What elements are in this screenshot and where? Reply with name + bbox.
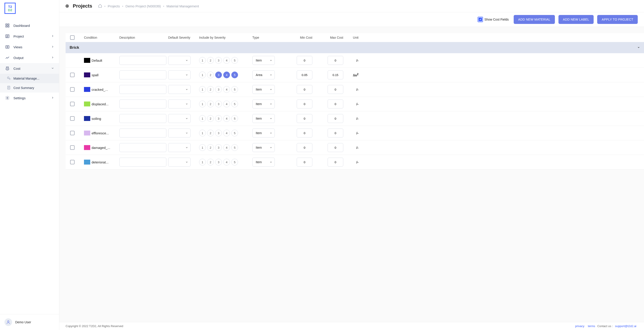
- max-cost-input[interactable]: [328, 100, 343, 108]
- nav-cost-summary[interactable]: Cost Summary: [0, 83, 59, 93]
- nav-output[interactable]: Output: [0, 52, 59, 63]
- severity-pill-1[interactable]: 1: [199, 144, 206, 151]
- severity-pill-5[interactable]: 5: [231, 86, 238, 93]
- add-label-button[interactable]: ADD NEW LABEL: [558, 15, 594, 24]
- type-select[interactable]: Item: [252, 143, 275, 152]
- nav-dashboard[interactable]: Dashboard: [0, 20, 59, 31]
- nav-material-management[interactable]: Material Manage...: [0, 74, 59, 83]
- severity-pill-1[interactable]: 1: [199, 130, 206, 136]
- severity-pill-1[interactable]: 1: [199, 101, 206, 107]
- select-all-checkbox[interactable]: [70, 35, 74, 40]
- severity-pill-4[interactable]: 4: [223, 159, 230, 165]
- max-cost-input[interactable]: [328, 70, 343, 79]
- default-severity-select[interactable]: [168, 129, 190, 138]
- crumb-demo[interactable]: Demo Project (N00039): [126, 4, 161, 8]
- type-select[interactable]: Item: [252, 158, 275, 166]
- severity-pill-2[interactable]: 2: [207, 159, 214, 165]
- severity-pill-5[interactable]: 5: [231, 115, 238, 122]
- severity-pill-5[interactable]: 5: [231, 130, 238, 136]
- min-cost-input[interactable]: [297, 70, 312, 79]
- severity-pill-5[interactable]: 5: [231, 72, 238, 78]
- default-severity-select[interactable]: [168, 158, 190, 166]
- row-checkbox[interactable]: [70, 116, 74, 121]
- show-cost-toggle[interactable]: ✔ Show Cost Fields: [478, 17, 509, 22]
- type-select[interactable]: Area: [252, 70, 275, 79]
- severity-pill-4[interactable]: 4: [223, 144, 230, 151]
- severity-pill-1[interactable]: 1: [199, 159, 206, 165]
- nav-project[interactable]: Project: [0, 31, 59, 42]
- row-checkbox[interactable]: [70, 160, 74, 164]
- home-icon[interactable]: [98, 4, 102, 8]
- max-cost-input[interactable]: [328, 56, 343, 65]
- min-cost-input[interactable]: [297, 85, 312, 94]
- min-cost-input[interactable]: [297, 56, 312, 65]
- severity-pill-3[interactable]: 3: [215, 144, 222, 151]
- max-cost-input[interactable]: [328, 85, 343, 94]
- severity-pill-3[interactable]: 3: [215, 159, 222, 165]
- severity-pill-3[interactable]: 3: [215, 101, 222, 107]
- description-input[interactable]: [119, 158, 166, 166]
- description-input[interactable]: [119, 70, 166, 79]
- type-select[interactable]: Item: [252, 129, 275, 138]
- default-severity-select[interactable]: [168, 56, 190, 65]
- nav-settings[interactable]: Settings: [0, 93, 59, 103]
- severity-pill-4[interactable]: 4: [223, 86, 230, 93]
- max-cost-input[interactable]: [328, 129, 343, 138]
- min-cost-input[interactable]: [297, 158, 312, 166]
- radio-icon[interactable]: [66, 4, 69, 7]
- description-input[interactable]: [119, 56, 166, 65]
- default-severity-select[interactable]: [168, 143, 190, 152]
- severity-pill-4[interactable]: 4: [223, 101, 230, 107]
- default-severity-select[interactable]: [168, 85, 190, 94]
- min-cost-input[interactable]: [297, 100, 312, 108]
- type-select[interactable]: Item: [252, 56, 275, 65]
- min-cost-input[interactable]: [297, 129, 312, 138]
- severity-pill-4[interactable]: 4: [223, 130, 230, 136]
- severity-pill-2[interactable]: 2: [207, 57, 214, 64]
- type-select[interactable]: Item: [252, 85, 275, 94]
- severity-pill-1[interactable]: 1: [199, 72, 206, 78]
- nav-cost[interactable]: $ Cost: [0, 63, 59, 74]
- description-input[interactable]: [119, 100, 166, 108]
- nav-views[interactable]: Views: [0, 42, 59, 52]
- severity-pill-2[interactable]: 2: [207, 72, 214, 78]
- severity-pill-5[interactable]: 5: [231, 57, 238, 64]
- severity-pill-1[interactable]: 1: [199, 86, 206, 93]
- min-cost-input[interactable]: [297, 143, 312, 152]
- severity-pill-3[interactable]: 3: [215, 57, 222, 64]
- max-cost-input[interactable]: [328, 114, 343, 123]
- severity-pill-4[interactable]: 4: [223, 115, 230, 122]
- row-checkbox[interactable]: [70, 102, 74, 106]
- row-checkbox[interactable]: [70, 87, 74, 92]
- description-input[interactable]: [119, 129, 166, 138]
- severity-pill-1[interactable]: 1: [199, 57, 206, 64]
- severity-pill-2[interactable]: 2: [207, 144, 214, 151]
- description-input[interactable]: [119, 85, 166, 94]
- description-input[interactable]: [119, 114, 166, 123]
- type-select[interactable]: Item: [252, 100, 275, 108]
- severity-pill-4[interactable]: 4: [223, 72, 230, 78]
- severity-pill-1[interactable]: 1: [199, 115, 206, 122]
- row-checkbox[interactable]: [70, 73, 74, 77]
- severity-pill-3[interactable]: 3: [215, 130, 222, 136]
- severity-pill-3[interactable]: 3: [215, 86, 222, 93]
- user-row[interactable]: Demo User: [0, 314, 59, 330]
- add-material-button[interactable]: ADD NEW MATERIAL: [514, 15, 555, 24]
- severity-pill-4[interactable]: 4: [223, 57, 230, 64]
- severity-pill-5[interactable]: 5: [231, 159, 238, 165]
- logo[interactable]: T2 D2: [0, 0, 59, 16]
- severity-pill-3[interactable]: 3: [215, 115, 222, 122]
- support-email[interactable]: support@t2d2.ai: [615, 325, 636, 328]
- privacy-link[interactable]: privacy: [575, 325, 584, 328]
- apply-button[interactable]: APPLY TO PROJECT: [597, 15, 638, 24]
- severity-pill-2[interactable]: 2: [207, 115, 214, 122]
- severity-pill-3[interactable]: 3: [215, 72, 222, 78]
- type-select[interactable]: Item: [252, 114, 275, 123]
- severity-pill-2[interactable]: 2: [207, 101, 214, 107]
- crumb-projects[interactable]: Projects: [108, 4, 120, 8]
- severity-pill-2[interactable]: 2: [207, 130, 214, 136]
- default-severity-select[interactable]: [168, 70, 190, 79]
- description-input[interactable]: [119, 143, 166, 152]
- severity-pill-5[interactable]: 5: [231, 101, 238, 107]
- terms-link[interactable]: terms: [588, 325, 595, 328]
